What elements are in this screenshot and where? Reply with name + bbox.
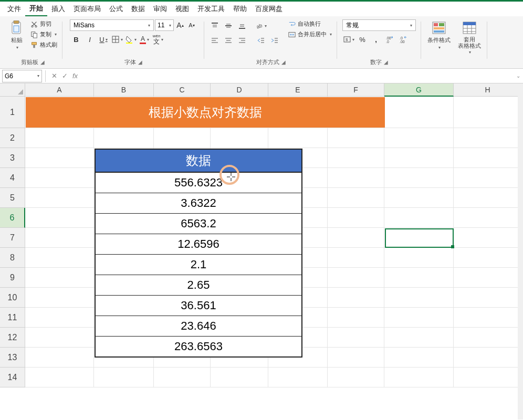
row-header-6[interactable]: 6 <box>0 208 25 228</box>
cell[interactable] <box>454 168 522 188</box>
cell[interactable] <box>211 128 268 148</box>
cell[interactable] <box>25 328 94 348</box>
cell[interactable] <box>384 148 454 168</box>
paste-button[interactable]: 粘贴 ▾ <box>7 19 26 51</box>
cell[interactable] <box>25 168 94 188</box>
data-row[interactable]: 23.646 <box>96 316 301 337</box>
cell[interactable] <box>25 368 94 387</box>
cell[interactable] <box>25 208 94 228</box>
number-dialog-launcher[interactable]: ◢ <box>384 59 388 65</box>
cell[interactable] <box>25 268 94 288</box>
cell[interactable] <box>454 208 522 228</box>
copy-button[interactable]: 复制▾ <box>29 30 58 39</box>
cell[interactable] <box>454 228 522 248</box>
data-row[interactable]: 263.6563 <box>96 337 301 356</box>
expand-formula-bar-button[interactable]: ⌄ <box>515 72 522 80</box>
cell[interactable] <box>454 268 522 288</box>
name-box[interactable]: G6▾ <box>2 70 42 82</box>
menu-view[interactable]: 视图 <box>171 2 193 16</box>
menu-help[interactable]: 帮助 <box>229 2 251 16</box>
cell[interactable] <box>384 288 454 308</box>
cell[interactable] <box>328 168 384 188</box>
cell[interactable] <box>384 248 454 268</box>
cell[interactable] <box>328 228 384 248</box>
data-row[interactable]: 3.6322 <box>96 193 301 214</box>
cell[interactable] <box>328 188 384 208</box>
cell[interactable] <box>384 308 454 328</box>
merge-center-button[interactable]: 合并后居中▾ <box>287 30 333 39</box>
formula-input[interactable] <box>80 70 523 82</box>
format-painter-button[interactable]: 格式刷 <box>29 40 58 49</box>
cell[interactable] <box>328 128 384 148</box>
row-header-7[interactable]: 7 <box>0 228 25 248</box>
clipboard-dialog-launcher[interactable]: ◢ <box>40 59 45 65</box>
data-row[interactable]: 12.6596 <box>96 234 301 255</box>
cut-button[interactable]: 剪切 <box>29 19 58 28</box>
align-right-button[interactable] <box>236 34 248 47</box>
cell[interactable] <box>154 128 211 148</box>
col-header-D[interactable]: D <box>211 83 268 97</box>
data-row[interactable]: 2.1 <box>96 255 301 275</box>
cell[interactable] <box>454 328 522 348</box>
menu-home[interactable]: 开始 <box>25 2 47 16</box>
wrap-text-button[interactable]: 自动换行 <box>287 19 333 28</box>
cell[interactable] <box>25 128 94 148</box>
row-header-11[interactable]: 11 <box>0 308 25 328</box>
cell[interactable] <box>454 308 522 328</box>
cell[interactable] <box>384 348 454 368</box>
menu-review[interactable]: 审阅 <box>149 2 171 16</box>
cell[interactable] <box>454 188 522 208</box>
cell[interactable] <box>211 368 268 387</box>
row-header-10[interactable]: 10 <box>0 288 25 308</box>
cell[interactable] <box>384 128 454 148</box>
row-header-14[interactable]: 14 <box>0 368 25 387</box>
row-header-1[interactable]: 1 <box>0 97 25 128</box>
menu-baidu-netdisk[interactable]: 百度网盘 <box>251 2 287 16</box>
col-header-C[interactable]: C <box>154 83 211 97</box>
menu-page-layout[interactable]: 页面布局 <box>69 2 105 16</box>
decrease-decimal-button[interactable]: .0.00 <box>397 33 410 46</box>
col-header-E[interactable]: E <box>268 83 328 97</box>
cell[interactable] <box>25 228 94 248</box>
cell[interactable] <box>454 288 522 308</box>
fill-color-button[interactable]: ▾ <box>124 33 137 46</box>
cell[interactable] <box>328 288 384 308</box>
cell[interactable] <box>154 368 211 387</box>
fx-button[interactable]: fx <box>70 71 80 81</box>
cell[interactable] <box>328 328 384 348</box>
cell[interactable] <box>94 128 154 148</box>
number-format-combo[interactable]: 常规▾ <box>342 19 416 31</box>
row-header-12[interactable]: 12 <box>0 328 25 348</box>
increase-font-button[interactable]: A▴ <box>175 20 185 30</box>
row-header-8[interactable]: 8 <box>0 248 25 268</box>
cell[interactable] <box>25 248 94 268</box>
comma-button[interactable]: , <box>370 33 382 46</box>
increase-decimal-button[interactable]: .00.0 <box>383 33 396 46</box>
increase-indent-button[interactable] <box>268 34 281 47</box>
vertical-scrollbar[interactable] <box>518 83 523 419</box>
font-color-button[interactable]: A▾ <box>138 33 151 46</box>
cell[interactable] <box>268 368 328 387</box>
cell[interactable] <box>25 148 94 168</box>
menu-developer[interactable]: 开发工具 <box>193 2 229 16</box>
font-dialog-launcher[interactable]: ◢ <box>138 59 142 65</box>
cell[interactable] <box>328 248 384 268</box>
decrease-font-button[interactable]: A▾ <box>186 20 197 30</box>
row-header-2[interactable]: 2 <box>0 128 25 148</box>
cancel-formula-button[interactable]: ✕ <box>49 71 59 81</box>
cell[interactable] <box>328 268 384 288</box>
menu-formulas[interactable]: 公式 <box>105 2 127 16</box>
decrease-indent-button[interactable] <box>255 34 267 47</box>
row-header-4[interactable]: 4 <box>0 168 25 188</box>
cell[interactable] <box>328 368 384 387</box>
cell[interactable] <box>328 208 384 228</box>
cell[interactable] <box>25 348 94 368</box>
cell[interactable] <box>328 308 384 328</box>
data-row[interactable]: 556.6323 <box>96 173 301 193</box>
cell[interactable] <box>268 128 328 148</box>
conditional-formatting-button[interactable]: 条件格式▾ <box>425 19 453 51</box>
select-all-corner[interactable] <box>0 83 25 97</box>
cell[interactable] <box>454 148 522 168</box>
align-left-button[interactable] <box>208 34 221 47</box>
cell[interactable] <box>384 268 454 288</box>
